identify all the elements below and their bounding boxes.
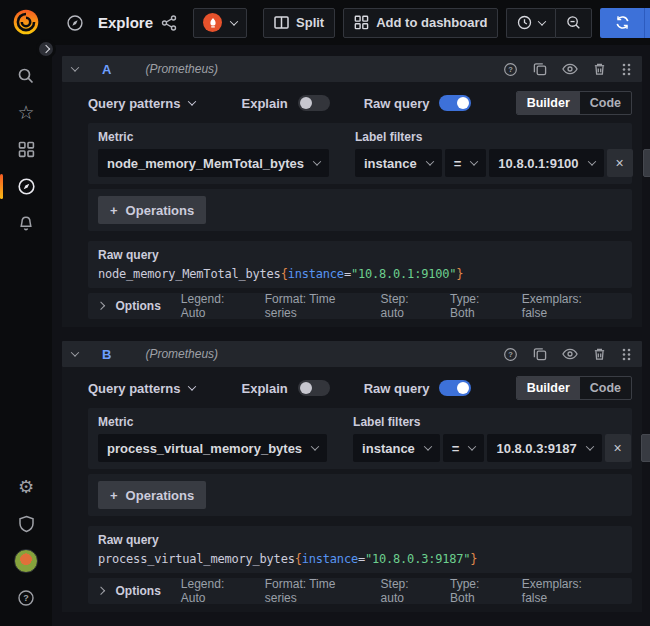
code-tab[interactable]: Code: [580, 377, 631, 399]
filter-value-select[interactable]: 10.8.0.3:9187: [487, 434, 601, 462]
filter-op-select[interactable]: =: [445, 149, 487, 177]
help-icon: ?: [17, 589, 35, 607]
query-ref-id[interactable]: B: [102, 347, 111, 362]
remove-query-trash-icon[interactable]: [593, 62, 606, 76]
metric-value: process_virtual_memory_bytes: [107, 441, 302, 456]
chevron-down-icon: [585, 442, 593, 450]
filter-op-value: =: [452, 441, 460, 456]
metric-field-label: Metric: [98, 130, 329, 144]
explain-toggle[interactable]: [298, 380, 330, 396]
metric-select[interactable]: node_memory_MemTotal_bytes: [98, 149, 329, 177]
sidebar-item-search[interactable]: [0, 57, 52, 94]
filter-key-select[interactable]: instance: [355, 149, 442, 177]
split-button[interactable]: Split: [263, 8, 335, 38]
remove-filter-button[interactable]: ×: [605, 434, 631, 462]
zoom-out-icon: [566, 15, 581, 30]
operations-label: Operations: [126, 203, 195, 218]
share-icon[interactable]: [161, 15, 177, 31]
query-patterns-dropdown[interactable]: Query patterns: [88, 381, 195, 396]
run-query-button[interactable]: [600, 8, 644, 38]
options-step: Step: auto: [381, 577, 430, 605]
query-ref-id[interactable]: A: [102, 62, 111, 77]
split-label: Split: [296, 15, 324, 30]
datasource-help-icon[interactable]: ?: [503, 347, 518, 362]
metric-filters-block: Metric process_virtual_memory_bytes Labe…: [88, 408, 632, 469]
sidebar-item-profile[interactable]: [0, 542, 52, 579]
sidebar-bottom: ⚙ ?: [0, 468, 52, 616]
datasource-picker[interactable]: [193, 8, 247, 38]
sidebar-item-starred[interactable]: ☆: [0, 94, 52, 131]
filter-key-select[interactable]: instance: [353, 434, 440, 462]
filter-op-select[interactable]: =: [443, 434, 485, 462]
dashboards-grid-icon: [18, 141, 35, 158]
sidebar-item-server-admin[interactable]: [0, 505, 52, 542]
raw-query-title: Raw query: [98, 533, 622, 547]
raw-query-toggle[interactable]: [439, 95, 471, 111]
chevron-down-icon: [538, 17, 546, 25]
raw-query-label: Raw query: [364, 96, 430, 111]
prometheus-icon: [203, 13, 222, 32]
explain-toggle[interactable]: [298, 95, 330, 111]
sidebar-item-explore[interactable]: [0, 168, 52, 205]
apps-grid-icon: [354, 15, 369, 30]
query-datasource-hint: (Prometheus): [145, 347, 218, 361]
metric-select[interactable]: process_virtual_memory_bytes: [98, 434, 327, 462]
options-collapsed-row[interactable]: Options Legend: Auto Format: Time series…: [88, 578, 632, 604]
duplicate-query-icon[interactable]: [533, 347, 547, 361]
run-query-interval-caret[interactable]: [644, 8, 650, 38]
svg-text:?: ?: [508, 350, 513, 359]
raw-query-block: Raw query node_memory_MemTotal_bytes{ins…: [88, 241, 632, 288]
filter-value: 10.8.0.3:9187: [496, 441, 576, 456]
add-operation-button[interactable]: + Operations: [98, 196, 206, 224]
search-icon: [17, 67, 35, 85]
sidebar-item-alerting[interactable]: [0, 205, 52, 242]
remove-filter-button[interactable]: ×: [607, 149, 633, 177]
label-filters-label: Label filters: [355, 130, 650, 144]
raw-query-code: process_virtual_memory_bytes{instance="1…: [98, 552, 622, 566]
options-type: Type: Both: [450, 577, 502, 605]
add-filter-button[interactable]: +: [643, 149, 650, 177]
explore-compass-icon: [66, 14, 84, 32]
query-editor-body: Query patterns Explain Raw query Builder…: [62, 367, 642, 612]
options-collapsed-row[interactable]: Options Legend: Auto Format: Time series…: [88, 293, 632, 319]
drag-handle-icon[interactable]: [621, 347, 632, 362]
zoom-out-time-button[interactable]: [555, 8, 592, 38]
collapse-chevron-icon[interactable]: [72, 351, 86, 357]
user-avatar: [14, 549, 38, 573]
add-filter-button[interactable]: +: [641, 434, 650, 462]
chevron-down-icon: [470, 157, 478, 165]
star-icon: ☆: [17, 103, 34, 122]
remove-query-trash-icon[interactable]: [593, 347, 606, 361]
datasource-help-icon[interactable]: ?: [503, 62, 518, 77]
chevron-down-icon: [230, 17, 238, 25]
query-row-header: B (Prometheus) ?: [62, 341, 642, 367]
disable-query-eye-icon[interactable]: [562, 63, 578, 75]
builder-tab[interactable]: Builder: [517, 92, 580, 114]
query-patterns-dropdown[interactable]: Query patterns: [88, 96, 195, 111]
sidebar-item-configuration[interactable]: ⚙: [0, 468, 52, 505]
sidebar-nav: ☆: [0, 57, 52, 242]
metric-field-label: Metric: [98, 415, 327, 429]
sidebar-item-help[interactable]: ?: [0, 579, 52, 616]
grafana-logo[interactable]: [11, 7, 41, 37]
disable-query-eye-icon[interactable]: [562, 348, 578, 360]
chevron-down-icon: [313, 157, 321, 165]
duplicate-query-icon[interactable]: [533, 62, 547, 76]
raw-query-toggle[interactable]: [439, 380, 471, 396]
chevron-down-icon: [424, 442, 432, 450]
builder-code-toggle: Builder Code: [516, 376, 632, 400]
add-operation-button[interactable]: + Operations: [98, 481, 206, 509]
chevron-down-icon: [311, 442, 319, 450]
expand-sidebar-button[interactable]: [36, 39, 56, 59]
builder-tab[interactable]: Builder: [517, 377, 580, 399]
drag-handle-icon[interactable]: [621, 62, 632, 77]
filter-value-select[interactable]: 10.8.0.1:9100: [489, 149, 603, 177]
operations-block: + Operations: [88, 474, 632, 516]
sidebar-item-dashboards[interactable]: [0, 131, 52, 168]
time-range-picker[interactable]: [506, 8, 555, 38]
collapse-chevron-icon[interactable]: [72, 66, 86, 72]
code-tab[interactable]: Code: [580, 92, 631, 114]
close-icon: ×: [615, 155, 623, 171]
explore-content: A (Prometheus) ?: [52, 45, 650, 626]
add-to-dashboard-button[interactable]: Add to dashboard: [343, 8, 498, 38]
